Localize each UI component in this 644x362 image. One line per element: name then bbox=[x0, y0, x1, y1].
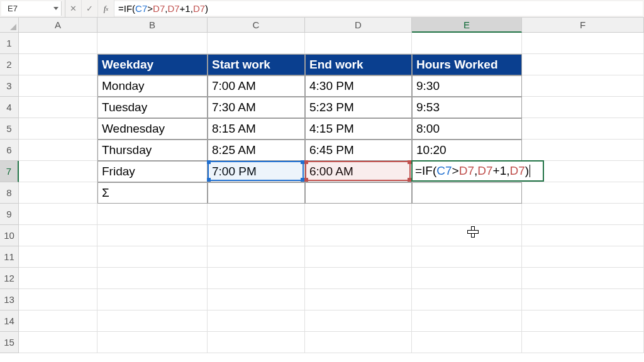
cell[interactable] bbox=[522, 332, 644, 353]
table-header-weekday[interactable]: Weekday bbox=[97, 54, 208, 75]
table-row[interactable] bbox=[208, 182, 305, 204]
cell[interactable] bbox=[19, 246, 97, 268]
cell[interactable] bbox=[412, 225, 522, 246]
cell[interactable] bbox=[305, 225, 412, 246]
row-header-15[interactable]: 15 bbox=[0, 332, 19, 353]
row-header-8[interactable]: 8 bbox=[0, 182, 19, 204]
table-row[interactable]: 6:45 PM bbox=[305, 140, 412, 161]
table-row[interactable]: 4:15 PM bbox=[305, 118, 412, 140]
row-header-11[interactable]: 11 bbox=[0, 246, 19, 268]
table-row[interactable]: 9:30 bbox=[412, 75, 522, 97]
cell[interactable] bbox=[412, 204, 522, 225]
cell[interactable] bbox=[208, 204, 305, 225]
row-header-13[interactable]: 13 bbox=[0, 289, 19, 310]
row-header-4[interactable]: 4 bbox=[0, 97, 19, 118]
cell[interactable] bbox=[19, 140, 97, 161]
table-row[interactable]: 8:25 AM bbox=[208, 140, 305, 161]
cell[interactable] bbox=[208, 332, 305, 353]
cell[interactable] bbox=[19, 204, 97, 225]
cell[interactable] bbox=[97, 268, 208, 289]
cell[interactable] bbox=[305, 246, 412, 268]
cell[interactable] bbox=[19, 118, 97, 140]
table-row[interactable]: 6:00 AM bbox=[305, 161, 412, 182]
row-header-5[interactable]: 5 bbox=[0, 118, 19, 140]
cell[interactable] bbox=[305, 33, 412, 54]
cell[interactable] bbox=[97, 310, 208, 332]
table-row[interactable] bbox=[305, 182, 412, 204]
cell[interactable] bbox=[97, 246, 208, 268]
cell[interactable] bbox=[208, 225, 305, 246]
table-row[interactable]: 9:53 bbox=[412, 97, 522, 118]
active-cell-editor[interactable]: =IF(C7>D7,D7+1,D7) bbox=[411, 160, 544, 182]
cell[interactable] bbox=[412, 246, 522, 268]
worksheet[interactable]: ABCDEF 123456789101112131415 WeekdayStar… bbox=[0, 18, 644, 362]
cell[interactable] bbox=[19, 97, 97, 118]
column-header-D[interactable]: D bbox=[305, 18, 412, 33]
cell[interactable] bbox=[19, 182, 97, 204]
table-header-start[interactable]: Start work bbox=[208, 54, 305, 75]
cell[interactable] bbox=[522, 204, 644, 225]
cell[interactable] bbox=[19, 310, 97, 332]
column-header-C[interactable]: C bbox=[208, 18, 305, 33]
cell[interactable] bbox=[412, 33, 522, 54]
cell[interactable] bbox=[412, 310, 522, 332]
cell[interactable] bbox=[19, 54, 97, 75]
enter-button[interactable]: ✓ bbox=[82, 0, 98, 17]
cell[interactable] bbox=[19, 75, 97, 97]
row-header-6[interactable]: 6 bbox=[0, 140, 19, 161]
row-header-14[interactable]: 14 bbox=[0, 310, 19, 332]
formula-input[interactable]: =IF(C7>D7,D7+1,D7) bbox=[114, 1, 643, 16]
column-header-E[interactable]: E bbox=[412, 18, 522, 33]
table-row[interactable]: Thursday bbox=[97, 140, 208, 161]
table-row[interactable]: 5:23 PM bbox=[305, 97, 412, 118]
table-row[interactable]: Friday bbox=[97, 161, 208, 182]
row-header-1[interactable]: 1 bbox=[0, 33, 19, 54]
row-header-10[interactable]: 10 bbox=[0, 225, 19, 246]
column-header-F[interactable]: F bbox=[522, 18, 644, 33]
cell[interactable] bbox=[97, 225, 208, 246]
cell[interactable] bbox=[97, 204, 208, 225]
cell[interactable] bbox=[97, 289, 208, 310]
cell[interactable] bbox=[522, 289, 644, 310]
cell[interactable] bbox=[19, 289, 97, 310]
table-row[interactable]: Tuesday bbox=[97, 97, 208, 118]
cell[interactable] bbox=[305, 268, 412, 289]
cell[interactable] bbox=[522, 182, 644, 204]
table-row[interactable]: 10:20 bbox=[412, 140, 522, 161]
cell[interactable] bbox=[97, 332, 208, 353]
row-header-7[interactable]: 7 bbox=[0, 161, 19, 182]
sum-cell[interactable]: Σ bbox=[97, 182, 208, 204]
cell[interactable] bbox=[208, 33, 305, 54]
cell[interactable] bbox=[208, 289, 305, 310]
table-row[interactable]: 7:00 AM bbox=[208, 75, 305, 97]
cell[interactable] bbox=[208, 310, 305, 332]
table-row[interactable]: Wednesday bbox=[97, 118, 208, 140]
cell[interactable] bbox=[412, 268, 522, 289]
table-row[interactable]: 8:00 bbox=[412, 118, 522, 140]
table-header-end[interactable]: End work bbox=[305, 54, 412, 75]
table-row[interactable]: Monday bbox=[97, 75, 208, 97]
cell[interactable] bbox=[522, 140, 644, 161]
row-header-3[interactable]: 3 bbox=[0, 75, 19, 97]
cell[interactable] bbox=[208, 268, 305, 289]
cell[interactable] bbox=[19, 33, 97, 54]
cell[interactable] bbox=[522, 268, 644, 289]
cancel-button[interactable]: ✕ bbox=[65, 0, 82, 17]
cell[interactable] bbox=[97, 33, 208, 54]
table-row[interactable]: 7:00 PM bbox=[208, 161, 305, 182]
cell[interactable] bbox=[412, 332, 522, 353]
cell-grid[interactable]: WeekdayStart workEnd workHours WorkedMon… bbox=[19, 33, 644, 362]
cell[interactable] bbox=[522, 97, 644, 118]
column-header-A[interactable]: A bbox=[19, 18, 97, 33]
cell[interactable] bbox=[522, 225, 644, 246]
cell[interactable] bbox=[208, 246, 305, 268]
cell[interactable] bbox=[19, 268, 97, 289]
cell[interactable] bbox=[412, 289, 522, 310]
cell[interactable] bbox=[522, 246, 644, 268]
row-header-12[interactable]: 12 bbox=[0, 268, 19, 289]
cell[interactable] bbox=[305, 332, 412, 353]
table-header-hours[interactable]: Hours Worked bbox=[412, 54, 522, 75]
cell[interactable] bbox=[522, 310, 644, 332]
cell[interactable] bbox=[305, 289, 412, 310]
cell[interactable] bbox=[19, 161, 97, 182]
